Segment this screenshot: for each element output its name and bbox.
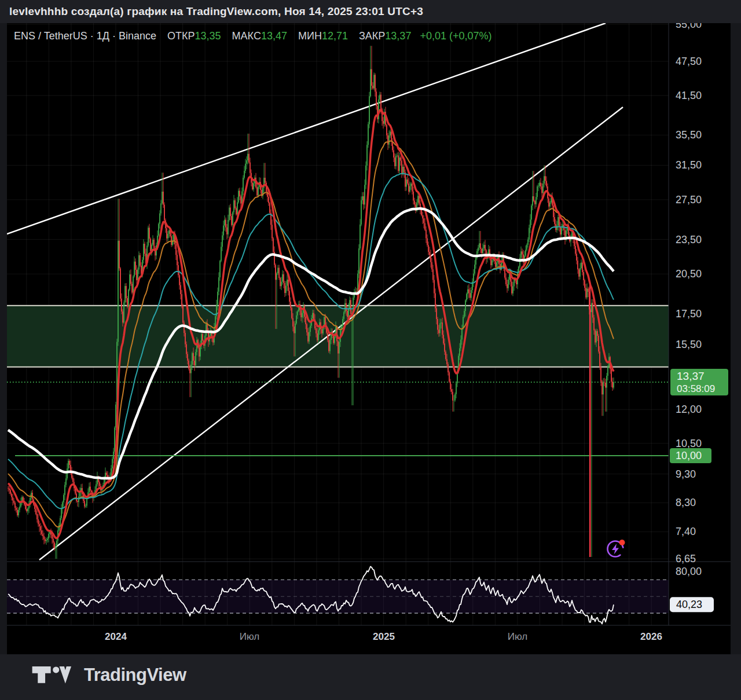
tradingview-published-chart: 55,0047,5041,5035,5031,5027,5023,5020,50… (0, 0, 741, 700)
interval-label: 1Д (97, 30, 109, 42)
price-tick-label: 20,50 (676, 268, 702, 280)
high-value: 13,47 (261, 30, 287, 42)
price-tick-label: 7,40 (676, 526, 696, 537)
price-tick-label: 41,50 (676, 90, 702, 101)
rsi-tick-label: 80,00 (676, 566, 702, 577)
price-tick-label: 35,50 (676, 129, 702, 141)
tradingview-wordmark: TradingView (84, 665, 186, 686)
time-tick-label: 2025 (373, 631, 395, 642)
high-label: МАКС (232, 30, 261, 42)
attribution-bar: levlevhhhb создал(а) график на TradingVi… (0, 0, 741, 23)
chart-canvas[interactable]: 55,0047,5041,5035,5031,5027,5023,5020,50… (0, 0, 741, 700)
exchange-label: Binance (119, 30, 156, 42)
tradingview-logo[interactable]: TradingView (32, 665, 186, 686)
low-value: 12,71 (322, 30, 348, 42)
price-tick-label: 17,50 (676, 308, 702, 320)
time-tick-label: Июл (240, 631, 260, 642)
notification-dot (619, 540, 625, 545)
price-tick-label: 6,65 (676, 553, 696, 565)
price-tick-label: 31,50 (676, 159, 702, 171)
level-price-badge-value: 10,00 (676, 450, 702, 461)
footer-bar: TradingView (0, 654, 741, 700)
change-value: +0,01 (+0,07%) (420, 30, 491, 42)
time-tick-label: 2026 (640, 631, 662, 642)
legend-separator: · (90, 30, 97, 42)
price-tick-label: 10,50 (676, 438, 702, 449)
price-tick-label: 9,30 (676, 468, 696, 480)
price-tick-label: 8,30 (676, 497, 696, 508)
legend-separator: · (112, 30, 119, 42)
price-tick-label: 12,00 (676, 404, 702, 415)
lightning-bolt-icon (612, 544, 619, 555)
price-tick-label: 47,50 (676, 56, 702, 67)
price-tick-label: 15,50 (676, 339, 702, 350)
price-tick-label: 23,50 (676, 234, 702, 245)
close-label: ЗАКР (359, 30, 385, 42)
open-value: 13,35 (195, 30, 221, 42)
time-tick-label: 2024 (105, 631, 127, 642)
current-price-badge-value: 13,37 (677, 370, 705, 382)
attribution-text: levlevhhhb создал(а) график на TradingVi… (9, 5, 423, 18)
open-label: ОТКР (167, 30, 195, 42)
flash-reaction-icon[interactable] (604, 536, 628, 560)
chart-legend[interactable]: ENS / TetherUS · 1Д · Binance ОТКР13,35 … (14, 30, 492, 42)
symbol-name: ENS / TetherUS (14, 30, 87, 42)
low-label: МИН (298, 30, 322, 42)
close-value: 13,37 (385, 30, 411, 42)
price-tick-label: 27,50 (676, 194, 702, 206)
bar-close-countdown: 03:58:09 (677, 383, 715, 394)
time-tick-label: Июл (508, 631, 528, 642)
rsi-value-badge-text: 40,23 (676, 599, 702, 610)
tradingview-logo-mark (32, 666, 76, 684)
